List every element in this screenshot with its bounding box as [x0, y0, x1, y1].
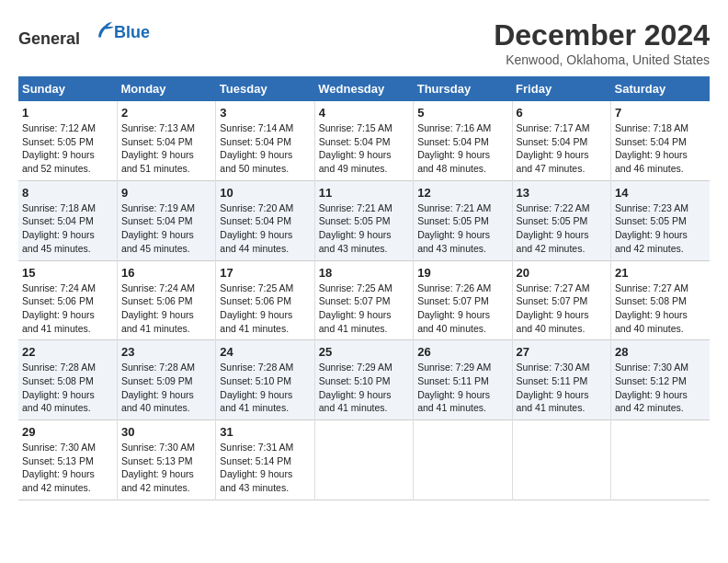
sunrise-text: Sunrise: 7:25 AM: [220, 282, 293, 293]
cell-details: Sunrise: 7:30 AMSunset: 5:12 PMDaylight:…: [615, 361, 706, 415]
daylight-text: Daylight: 9 hours and 41 minutes.: [319, 389, 392, 414]
calendar-cell: 22Sunrise: 7:28 AMSunset: 5:08 PMDayligh…: [18, 340, 117, 420]
page-title: December 2024: [494, 18, 710, 52]
daylight-text: Daylight: 9 hours and 41 minutes.: [220, 309, 292, 334]
calendar-cell: 29Sunrise: 7:30 AMSunset: 5:13 PMDayligh…: [18, 420, 117, 500]
day-number: 5: [417, 106, 507, 120]
cell-details: Sunrise: 7:15 AMSunset: 5:04 PMDaylight:…: [319, 121, 409, 176]
calendar-week-row: 22Sunrise: 7:28 AMSunset: 5:08 PMDayligh…: [18, 340, 710, 420]
sunset-text: Sunset: 5:10 PM: [319, 375, 391, 386]
daylight-text: Daylight: 9 hours and 40 minutes.: [417, 309, 490, 334]
day-number: 22: [22, 345, 113, 359]
daylight-text: Daylight: 9 hours and 40 minutes.: [517, 309, 589, 334]
sunrise-text: Sunrise: 7:28 AM: [121, 362, 195, 373]
sunrise-text: Sunrise: 7:28 AM: [22, 362, 96, 373]
cell-details: Sunrise: 7:13 AMSunset: 5:04 PMDaylight:…: [121, 121, 211, 176]
sunset-text: Sunset: 5:05 PM: [615, 215, 687, 226]
sunrise-text: Sunrise: 7:14 AM: [220, 122, 293, 133]
cell-details: Sunrise: 7:28 AMSunset: 5:10 PMDaylight:…: [220, 361, 310, 415]
daylight-text: Daylight: 9 hours and 45 minutes.: [121, 229, 194, 254]
calendar-cell: 19Sunrise: 7:26 AMSunset: 5:07 PMDayligh…: [414, 260, 512, 340]
cell-details: Sunrise: 7:26 AMSunset: 5:07 PMDaylight:…: [417, 282, 507, 336]
sunset-text: Sunset: 5:04 PM: [220, 136, 291, 147]
daylight-text: Daylight: 9 hours and 40 minutes.: [615, 309, 688, 334]
sunrise-text: Sunrise: 7:24 AM: [121, 282, 195, 293]
daylight-text: Daylight: 9 hours and 51 minutes.: [121, 149, 194, 174]
calendar-table: SundayMondayTuesdayWednesdayThursdayFrid…: [18, 76, 710, 500]
calendar-cell: 9Sunrise: 7:19 AMSunset: 5:04 PMDaylight…: [117, 180, 215, 260]
cell-details: Sunrise: 7:24 AMSunset: 5:06 PMDaylight:…: [121, 282, 211, 336]
day-header-friday: Friday: [512, 76, 610, 101]
day-number: 4: [319, 106, 409, 120]
page-subtitle: Kenwood, Oklahoma, United States: [494, 52, 710, 67]
sunset-text: Sunset: 5:05 PM: [417, 215, 489, 226]
cell-details: Sunrise: 7:25 AMSunset: 5:07 PMDaylight:…: [319, 282, 409, 336]
calendar-cell: 15Sunrise: 7:24 AMSunset: 5:06 PMDayligh…: [18, 260, 117, 340]
sunrise-text: Sunrise: 7:30 AM: [615, 362, 688, 373]
cell-details: Sunrise: 7:20 AMSunset: 5:04 PMDaylight:…: [220, 201, 310, 256]
cell-details: Sunrise: 7:29 AMSunset: 5:11 PMDaylight:…: [417, 361, 507, 415]
daylight-text: Daylight: 9 hours and 43 minutes.: [417, 229, 490, 254]
daylight-text: Daylight: 9 hours and 41 minutes.: [22, 309, 95, 334]
calendar-cell: 24Sunrise: 7:28 AMSunset: 5:10 PMDayligh…: [216, 340, 314, 420]
calendar-cell: 20Sunrise: 7:27 AMSunset: 5:07 PMDayligh…: [512, 260, 610, 340]
calendar-cell: 4Sunrise: 7:15 AMSunset: 5:04 PMDaylight…: [314, 101, 413, 180]
calendar-cell: 30Sunrise: 7:30 AMSunset: 5:13 PMDayligh…: [117, 420, 215, 500]
calendar-cell: 10Sunrise: 7:20 AMSunset: 5:04 PMDayligh…: [216, 180, 314, 260]
day-number: 20: [517, 266, 607, 280]
sunset-text: Sunset: 5:07 PM: [319, 295, 391, 306]
day-number: 3: [220, 106, 310, 120]
day-number: 25: [319, 345, 409, 359]
sunset-text: Sunset: 5:12 PM: [615, 375, 687, 386]
sunset-text: Sunset: 5:06 PM: [22, 295, 94, 306]
daylight-text: Daylight: 9 hours and 46 minutes.: [615, 149, 688, 174]
calendar-cell: 3Sunrise: 7:14 AMSunset: 5:04 PMDaylight…: [216, 101, 314, 180]
cell-details: Sunrise: 7:23 AMSunset: 5:05 PMDaylight:…: [615, 201, 706, 256]
day-number: 12: [417, 186, 507, 200]
calendar-cell: 13Sunrise: 7:22 AMSunset: 5:05 PMDayligh…: [512, 180, 610, 260]
sunrise-text: Sunrise: 7:17 AM: [517, 122, 590, 133]
calendar-cell: 2Sunrise: 7:13 AMSunset: 5:04 PMDaylight…: [117, 101, 215, 180]
sunset-text: Sunset: 5:04 PM: [22, 215, 94, 226]
calendar-header-row: SundayMondayTuesdayWednesdayThursdayFrid…: [18, 76, 710, 101]
cell-details: Sunrise: 7:29 AMSunset: 5:10 PMDaylight:…: [319, 361, 409, 415]
sunrise-text: Sunrise: 7:21 AM: [417, 202, 491, 213]
sunrise-text: Sunrise: 7:18 AM: [615, 122, 688, 133]
sunrise-text: Sunrise: 7:27 AM: [615, 282, 688, 293]
sunset-text: Sunset: 5:07 PM: [417, 295, 489, 306]
sunset-text: Sunset: 5:08 PM: [22, 375, 94, 386]
cell-details: Sunrise: 7:27 AMSunset: 5:08 PMDaylight:…: [615, 282, 706, 336]
sunrise-text: Sunrise: 7:18 AM: [22, 202, 96, 213]
daylight-text: Daylight: 9 hours and 50 minutes.: [220, 149, 292, 174]
sunrise-text: Sunrise: 7:21 AM: [319, 202, 392, 213]
sunset-text: Sunset: 5:04 PM: [319, 136, 391, 147]
cell-details: Sunrise: 7:31 AMSunset: 5:14 PMDaylight:…: [220, 441, 310, 495]
cell-details: Sunrise: 7:24 AMSunset: 5:06 PMDaylight:…: [22, 282, 113, 336]
title-area: December 2024 Kenwood, Oklahoma, United …: [494, 18, 710, 67]
sunrise-text: Sunrise: 7:26 AM: [417, 282, 491, 293]
day-number: 1: [22, 106, 113, 120]
daylight-text: Daylight: 9 hours and 41 minutes.: [517, 389, 589, 414]
sunrise-text: Sunrise: 7:27 AM: [517, 282, 590, 293]
daylight-text: Daylight: 9 hours and 41 minutes.: [121, 309, 194, 334]
sunrise-text: Sunrise: 7:13 AM: [121, 122, 195, 133]
sunrise-text: Sunrise: 7:24 AM: [22, 282, 96, 293]
sunrise-text: Sunrise: 7:30 AM: [517, 362, 590, 373]
sunset-text: Sunset: 5:05 PM: [319, 215, 391, 226]
calendar-cell: [512, 420, 610, 500]
sunrise-text: Sunrise: 7:20 AM: [220, 202, 293, 213]
sunrise-text: Sunrise: 7:30 AM: [22, 442, 96, 453]
sunset-text: Sunset: 5:08 PM: [615, 295, 687, 306]
calendar-cell: 8Sunrise: 7:18 AMSunset: 5:04 PMDaylight…: [18, 180, 117, 260]
day-header-thursday: Thursday: [414, 76, 512, 101]
cell-details: Sunrise: 7:18 AMSunset: 5:04 PMDaylight:…: [615, 121, 706, 176]
day-header-monday: Monday: [117, 76, 215, 101]
sunset-text: Sunset: 5:13 PM: [121, 455, 193, 466]
day-number: 31: [220, 425, 310, 439]
calendar-week-row: 15Sunrise: 7:24 AMSunset: 5:06 PMDayligh…: [18, 260, 710, 340]
day-header-wednesday: Wednesday: [314, 76, 413, 101]
day-number: 14: [615, 186, 706, 200]
daylight-text: Daylight: 9 hours and 52 minutes.: [22, 149, 95, 174]
sunrise-text: Sunrise: 7:31 AM: [220, 442, 293, 453]
cell-details: Sunrise: 7:17 AMSunset: 5:04 PMDaylight:…: [517, 121, 607, 176]
